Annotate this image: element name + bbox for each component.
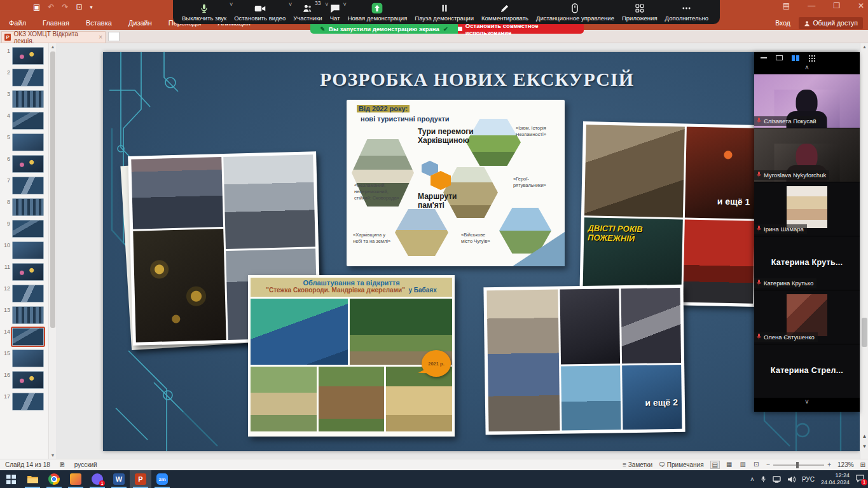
redo-icon[interactable]: ↷ bbox=[62, 3, 68, 11]
minimize-window-icon[interactable]: — bbox=[808, 1, 815, 10]
new-document-box[interactable] bbox=[108, 32, 120, 41]
zoom-level[interactable]: 123% bbox=[837, 461, 854, 468]
normal-view-icon[interactable]: ▤ bbox=[710, 461, 720, 469]
slide-number-indicator[interactable]: Слайд 14 из 18 bbox=[5, 461, 50, 468]
proofing-icon[interactable]: 🖹 bbox=[59, 461, 65, 468]
photo-wooden-sculpture bbox=[319, 367, 385, 431]
participant-tile-6[interactable]: Катерина Стрел... bbox=[754, 344, 860, 398]
participant-tile-4[interactable]: Катерина Круть...Катерина Крутько bbox=[754, 236, 860, 290]
participant-tiles: Єлізавета ПокусайMyroslava NykyforchukІр… bbox=[754, 74, 860, 398]
slideshow-icon[interactable]: ⊡ bbox=[752, 461, 760, 469]
action-center-icon[interactable]: 1 bbox=[856, 475, 864, 484]
tab-file[interactable]: Файл bbox=[9, 17, 26, 30]
tab-design[interactable]: Дизайн bbox=[128, 17, 152, 30]
thumbnail-image bbox=[12, 177, 44, 194]
toolbar-microphone-button[interactable]: Выключить звук˅ bbox=[179, 0, 231, 24]
participant-tile-3[interactable]: Ірина Шамара bbox=[754, 182, 860, 236]
messenger-app-icon[interactable]: 1 bbox=[86, 470, 108, 488]
trail-card-header: Облаштування та відкриття "Стежка Сковор… bbox=[251, 278, 452, 297]
reading-view-icon[interactable]: ▥ bbox=[739, 461, 747, 469]
close-window-icon[interactable]: ✕ bbox=[858, 1, 864, 10]
scroll-up-icon[interactable]: ▲ bbox=[860, 43, 868, 51]
tray-speaker-icon[interactable] bbox=[787, 476, 796, 483]
browser-icon[interactable] bbox=[43, 470, 65, 488]
chevron-up-icon[interactable]: ˄ bbox=[754, 64, 860, 74]
next-slide-button[interactable]: ▼ bbox=[860, 442, 868, 451]
keyboard-language-indicator[interactable]: РУС bbox=[802, 476, 815, 483]
thumbnail-image bbox=[12, 47, 44, 65]
zoom-slider-handle[interactable] bbox=[796, 462, 799, 468]
powerpoint-icon[interactable]: P bbox=[130, 470, 151, 488]
photos-app-icon[interactable] bbox=[65, 470, 86, 488]
ribbon-display-options-icon[interactable]: ▤ bbox=[783, 1, 790, 10]
routes-label: Маршрути пам'яті bbox=[418, 193, 469, 210]
right-photo-collage: ДВІСТІ РОКІВ ПОЖЕЖНІЙ и ещё 1 bbox=[579, 121, 760, 307]
thumbnail-scrollbar[interactable]: ▲ ▼ bbox=[48, 43, 56, 459]
comments-button[interactable]: 🗨 Примечания bbox=[659, 461, 704, 468]
zoom-in-icon[interactable]: + bbox=[827, 461, 831, 468]
gallery-view-icon[interactable] bbox=[792, 55, 799, 61]
minimize-panel-icon[interactable] bbox=[761, 57, 767, 58]
system-tray: ˄ РУС 12:24 24.04.2024 1 bbox=[750, 472, 868, 487]
grid-view-icon[interactable] bbox=[808, 55, 815, 62]
toolbar-chat-button[interactable]: Чат˅ bbox=[327, 0, 345, 24]
toolbar-share-screen-button[interactable]: Новая демонстрация bbox=[345, 0, 413, 24]
speaker-view-icon[interactable] bbox=[776, 55, 783, 60]
notes-button[interactable]: ≡ Заметки bbox=[623, 461, 652, 468]
person-icon bbox=[804, 20, 810, 27]
close-document-icon[interactable]: × bbox=[99, 34, 102, 41]
ppt-vertical-scrollbar[interactable]: ▲ ▲ ▼ bbox=[860, 43, 868, 459]
tray-microphone-icon[interactable] bbox=[761, 475, 766, 483]
zoom-out-icon[interactable]: − bbox=[766, 461, 770, 468]
muted-mic-icon bbox=[756, 225, 762, 233]
share-button[interactable]: Общий доступ bbox=[799, 17, 863, 29]
participant-tile-5[interactable]: Олена Євтушенко bbox=[754, 290, 860, 344]
tab-home[interactable]: Главная bbox=[43, 17, 69, 30]
document-tab[interactable]: P ОКЗ ХОМЦТ Відкрита лекція. × bbox=[1, 31, 106, 43]
undo-icon[interactable]: ↶ bbox=[48, 3, 54, 11]
taskbar-clock[interactable]: 12:24 24.04.2024 bbox=[821, 472, 850, 487]
zoom-app-icon[interactable]: zm bbox=[151, 470, 173, 488]
toolbar-annotate-button[interactable]: Комментировать bbox=[479, 0, 534, 24]
toolbar-pause-button[interactable]: Пауза демонстрации bbox=[412, 0, 479, 24]
word-icon[interactable]: W bbox=[108, 470, 130, 488]
start-button[interactable] bbox=[0, 470, 22, 488]
muted-mic-icon bbox=[756, 333, 762, 341]
restore-window-icon[interactable]: ❐ bbox=[833, 1, 840, 10]
tab-insert[interactable]: Вставка bbox=[86, 17, 112, 30]
scrollbar-thumb[interactable] bbox=[50, 51, 55, 328]
signin-button[interactable]: Вход bbox=[775, 17, 790, 30]
toolbar-participants-button[interactable]: 33Участники˅ bbox=[291, 0, 327, 24]
scroll-down-icon[interactable]: ▼ bbox=[49, 452, 56, 459]
photo-sculpture bbox=[621, 288, 681, 363]
chevron-down-icon[interactable]: ˅ bbox=[754, 398, 860, 408]
slide-title: РОЗРОБКА НОВИХ ЕКСКУРСІЙ bbox=[308, 69, 645, 90]
previous-slide-button[interactable]: ▲ bbox=[860, 432, 868, 441]
participant-name-label: Myroslava Nykyforchuk bbox=[754, 170, 829, 180]
participant-tile-1[interactable]: Єлізавета Покусай bbox=[754, 74, 860, 128]
participants-icon: 33 bbox=[302, 3, 313, 14]
slide-sorter-icon[interactable]: ▦ bbox=[725, 461, 733, 469]
tray-network-icon[interactable] bbox=[773, 476, 781, 483]
scrollbar-thumb[interactable] bbox=[862, 318, 867, 347]
save-icon[interactable]: ▣ bbox=[33, 3, 40, 11]
tray-chevron-up-icon[interactable]: ˄ bbox=[750, 476, 754, 483]
toolbar-apps-button[interactable]: Приложения bbox=[619, 0, 663, 24]
slide-canvas[interactable]: РОЗРОБКА НОВИХ ЕКСКУРСІЙ Від 2022 року: … bbox=[103, 52, 860, 451]
toolbar-video-camera-button[interactable]: Остановить видео˅ bbox=[231, 0, 291, 24]
stop-sharing-button[interactable]: Остановить совместное использование bbox=[458, 24, 584, 34]
photo-crowd-outdoors bbox=[131, 157, 223, 229]
thumbnail-image bbox=[12, 198, 44, 216]
participant-tile-2[interactable]: Myroslava Nykyforchuk bbox=[754, 128, 860, 182]
toolbar-remote-control-button[interactable]: Дистанционное управление bbox=[534, 0, 619, 24]
scroll-up-icon[interactable]: ▲ bbox=[49, 43, 56, 50]
language-indicator[interactable]: русский bbox=[74, 461, 97, 468]
file-explorer-icon[interactable] bbox=[22, 470, 43, 488]
thumbnail-image bbox=[12, 241, 44, 259]
banner-text: ДВІСТІ РОКІВ ПОЖЕЖНІЙ bbox=[588, 224, 643, 244]
fit-to-window-icon[interactable]: ⊞ bbox=[860, 461, 865, 468]
toolbar-more-button[interactable]: Дополнительно bbox=[663, 0, 713, 24]
start-slideshow-icon[interactable]: ⊡ bbox=[76, 3, 82, 11]
customize-quick-access-icon[interactable]: ▾ bbox=[90, 4, 93, 10]
thumbnail-image bbox=[12, 90, 44, 108]
